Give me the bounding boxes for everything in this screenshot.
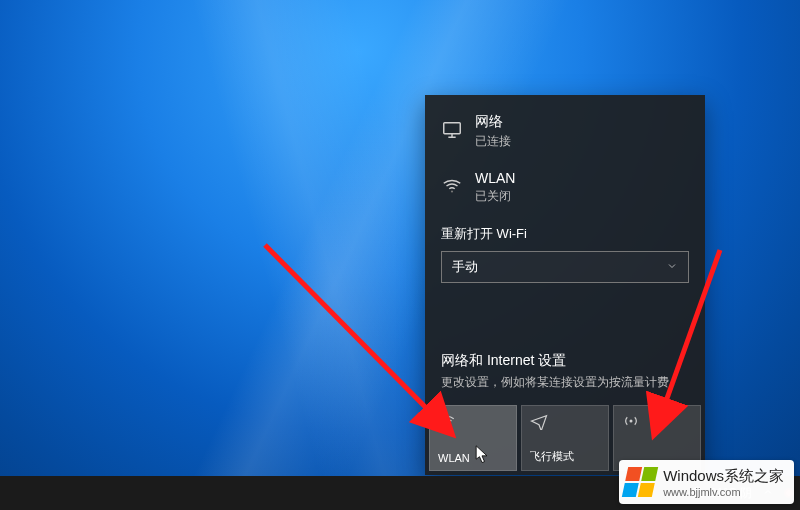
tile-label: 飞行模式: [530, 449, 600, 464]
tile-airplane[interactable]: 飞行模式: [521, 405, 609, 471]
connection-item-ethernet[interactable]: 网络 已连接: [425, 103, 705, 160]
wifi-icon: [438, 412, 508, 432]
airplane-icon: [530, 412, 600, 432]
tile-wlan[interactable]: WLAN: [429, 405, 517, 471]
watermark-url: www.bjjmlv.com: [663, 486, 784, 498]
hotspot-icon: [622, 412, 692, 432]
connection-title: WLAN: [475, 170, 515, 186]
svg-rect-0: [444, 123, 461, 134]
settings-heading: 网络和 Internet 设置: [441, 352, 689, 370]
connection-status: 已关闭: [475, 188, 515, 205]
monitor-icon: [441, 119, 463, 144]
cursor-icon: [475, 445, 489, 465]
chevron-down-icon: [666, 260, 678, 275]
connection-item-wlan[interactable]: WLAN 已关闭: [425, 160, 705, 215]
reopen-wifi-select[interactable]: 手动: [441, 251, 689, 283]
windows-logo-icon: [622, 467, 658, 497]
watermark: Windows系统之家 www.bjjmlv.com: [619, 460, 794, 504]
svg-point-2: [446, 424, 448, 426]
svg-point-3: [630, 420, 633, 423]
svg-point-1: [451, 190, 453, 192]
connection-list: 网络 已连接 WLAN 已关闭: [425, 95, 705, 219]
connection-status: 已连接: [475, 133, 511, 150]
connection-title: 网络: [475, 113, 511, 131]
wifi-off-icon: [441, 175, 463, 200]
network-settings-link[interactable]: 网络和 Internet 设置 更改设置，例如将某连接设置为按流量计费。: [425, 344, 705, 401]
tile-label: WLAN: [438, 452, 508, 464]
settings-desc: 更改设置，例如将某连接设置为按流量计费。: [441, 374, 689, 391]
select-value: 手动: [452, 258, 478, 276]
network-flyout: 网络 已连接 WLAN 已关闭 重新打开 Wi-Fi 手动: [425, 95, 705, 475]
watermark-title: Windows系统之家: [663, 467, 784, 486]
reopen-wifi-label: 重新打开 Wi-Fi: [425, 219, 705, 247]
